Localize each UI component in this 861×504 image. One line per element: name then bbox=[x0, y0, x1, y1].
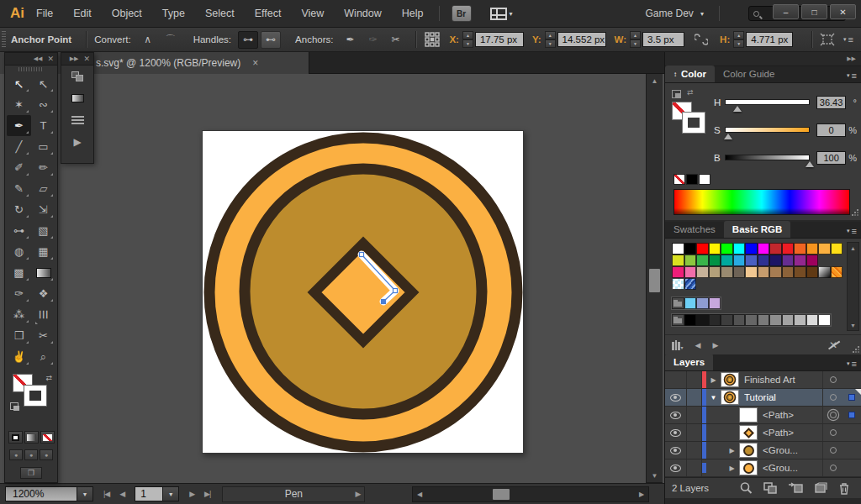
scroll-right-icon[interactable]: ▶ bbox=[635, 487, 648, 501]
swatch[interactable] bbox=[696, 266, 709, 278]
swatch[interactable] bbox=[794, 255, 806, 266]
transform-icon[interactable] bbox=[820, 33, 835, 46]
rotate-tool[interactable]: ↻ bbox=[7, 199, 31, 220]
visibility-toggle[interactable] bbox=[665, 459, 687, 476]
swatch[interactable] bbox=[769, 243, 782, 255]
default-fill-stroke-icon[interactable] bbox=[672, 90, 681, 98]
paintbrush-tool[interactable]: ✐ bbox=[7, 157, 31, 178]
swatch[interactable] bbox=[745, 255, 758, 266]
swatch[interactable] bbox=[733, 243, 746, 255]
layer-name[interactable]: Finished Art bbox=[744, 375, 822, 385]
target-circle[interactable] bbox=[830, 447, 837, 454]
white-swatch[interactable] bbox=[699, 174, 710, 185]
layer-name[interactable]: <Grou... bbox=[763, 445, 822, 455]
scroll-down-icon[interactable]: ▼ bbox=[647, 469, 663, 482]
close-panel-icon[interactable]: ✕ bbox=[47, 55, 54, 63]
swatch[interactable] bbox=[782, 243, 795, 255]
lasso-tool[interactable]: ∾ bbox=[31, 94, 55, 115]
previous-artboard-button[interactable]: ◀ bbox=[119, 490, 124, 498]
new-sublayer-icon[interactable] bbox=[788, 482, 803, 494]
visibility-toggle[interactable] bbox=[665, 389, 687, 406]
panel-drag-grip[interactable] bbox=[5, 66, 57, 73]
h-field[interactable]: 4.771 px bbox=[746, 32, 793, 47]
artboard-number-field[interactable]: 1 bbox=[135, 486, 163, 501]
stepper-up-icon[interactable]: ▲ bbox=[462, 31, 473, 39]
selection-indicator[interactable] bbox=[848, 412, 855, 418]
layer-row-group-1[interactable]: ▶ <Grou... bbox=[665, 442, 861, 459]
layer-thumbnail[interactable] bbox=[739, 460, 758, 475]
swatches-scrollbar[interactable]: ▲ ▼ bbox=[847, 242, 859, 331]
visibility-toggle[interactable] bbox=[665, 424, 687, 441]
swatch[interactable] bbox=[758, 314, 770, 326]
stepper-down-icon[interactable]: ▼ bbox=[462, 39, 473, 48]
scroll-down-icon[interactable]: ▼ bbox=[848, 320, 858, 330]
transparent-pattern-swatch[interactable] bbox=[672, 278, 684, 290]
lock-toggle[interactable] bbox=[687, 371, 702, 388]
lock-toggle[interactable] bbox=[687, 407, 702, 423]
convert-to-corner-button[interactable]: ∧ bbox=[138, 31, 158, 49]
tools-panel-header[interactable]: ◀◀ ✕ bbox=[5, 53, 57, 66]
swatch[interactable] bbox=[709, 314, 721, 326]
minimize-button[interactable]: – bbox=[773, 4, 799, 19]
swatch[interactable] bbox=[733, 255, 746, 266]
layer-row-group-2[interactable]: ▶ <Grou... bbox=[665, 459, 861, 477]
y-field[interactable]: 14.552 px bbox=[557, 32, 606, 47]
color-button[interactable] bbox=[8, 431, 23, 444]
stroke-swatch[interactable] bbox=[24, 386, 46, 406]
perspective-grid-tool[interactable]: ▦ bbox=[31, 241, 55, 262]
locate-object-icon[interactable] bbox=[739, 481, 753, 495]
stroke-swatch[interactable] bbox=[683, 113, 705, 133]
swatch[interactable] bbox=[769, 314, 782, 326]
clipping-mask-icon[interactable] bbox=[763, 482, 777, 494]
scale-tool[interactable]: ⇲ bbox=[31, 199, 55, 220]
anchor-point[interactable] bbox=[360, 253, 364, 257]
shape-builder-tool[interactable]: ◍ bbox=[7, 241, 31, 262]
layer-name[interactable]: <Path> bbox=[763, 410, 822, 420]
layer-name[interactable]: <Grou... bbox=[763, 463, 822, 473]
width-tool[interactable]: ⊶ bbox=[7, 220, 31, 241]
swatch[interactable] bbox=[733, 314, 746, 326]
layer-row-path-2[interactable]: <Path> bbox=[665, 424, 861, 442]
gradient-panel-icon[interactable] bbox=[61, 87, 93, 109]
brightness-value-field[interactable]: 100 bbox=[816, 151, 846, 165]
status-display[interactable]: Pen ▶ bbox=[222, 486, 365, 502]
stepper-down-icon[interactable]: ▼ bbox=[545, 39, 556, 48]
arrange-documents-button[interactable]: ▾ bbox=[490, 8, 513, 20]
type-tool[interactable]: T bbox=[31, 115, 55, 136]
horizontal-scroll-thumb[interactable] bbox=[493, 489, 510, 500]
canvas-area[interactable] bbox=[0, 74, 646, 483]
swatch[interactable] bbox=[709, 297, 721, 309]
tab-swatches[interactable]: Swatches bbox=[665, 221, 724, 238]
swatch[interactable] bbox=[721, 255, 733, 266]
draw-behind-button[interactable]: ● bbox=[24, 449, 38, 460]
zoom-dropdown-icon[interactable]: ▼ bbox=[77, 486, 93, 501]
close-panel-icon[interactable]: ✕ bbox=[83, 55, 90, 63]
artboard-tool[interactable]: ❒ bbox=[7, 325, 31, 346]
stroke-panel-icon[interactable] bbox=[61, 109, 93, 131]
lock-toggle[interactable] bbox=[687, 442, 702, 459]
connect-anchors-button[interactable]: ✑ bbox=[362, 31, 383, 49]
isolate-selection-icon[interactable] bbox=[424, 31, 441, 48]
draw-normal-button[interactable]: ● bbox=[9, 449, 23, 460]
slider-handle[interactable] bbox=[806, 161, 814, 167]
swatch[interactable] bbox=[794, 243, 806, 255]
swatch[interactable] bbox=[758, 255, 770, 266]
y-stepper[interactable]: ▲▼ bbox=[545, 31, 556, 48]
color-group-folder-icon[interactable] bbox=[672, 297, 684, 309]
resize-grip[interactable] bbox=[851, 208, 858, 216]
layer-thumbnail[interactable] bbox=[739, 407, 758, 423]
swatch[interactable] bbox=[806, 255, 819, 266]
layer-thumbnail[interactable] bbox=[721, 390, 739, 405]
target-circle[interactable] bbox=[830, 429, 837, 436]
eraser-tool[interactable]: ▱ bbox=[31, 178, 55, 199]
menu-item[interactable]: File bbox=[36, 8, 53, 19]
brightness-slider[interactable] bbox=[725, 155, 810, 160]
rectangle-tool[interactable]: ▭ bbox=[31, 136, 55, 157]
first-artboard-button[interactable]: |◀ bbox=[103, 490, 109, 498]
h-stepper[interactable]: ▲▼ bbox=[733, 31, 744, 48]
target-circle[interactable] bbox=[830, 376, 837, 383]
zoom-level-field[interactable]: 1200% bbox=[5, 486, 77, 501]
last-artboard-button[interactable]: ▶| bbox=[204, 490, 210, 498]
column-graph-tool[interactable]: ☰ bbox=[33, 302, 54, 327]
expand-toggle[interactable]: ▼ bbox=[706, 394, 721, 402]
